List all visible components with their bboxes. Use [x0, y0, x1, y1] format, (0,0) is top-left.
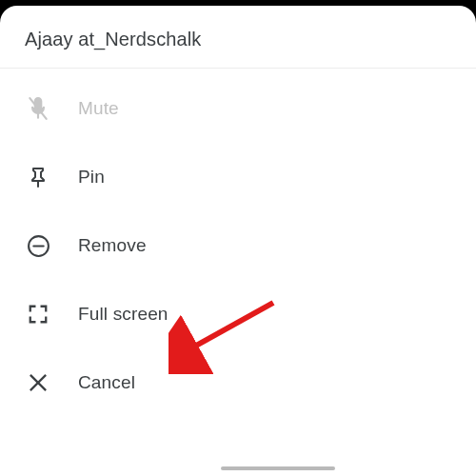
participant-name: Ajaay at_Nerdschalk: [25, 29, 451, 50]
cancel-item[interactable]: Cancel: [0, 348, 476, 417]
mute-item: Mute: [0, 74, 476, 143]
header: Ajaay at_Nerdschalk: [0, 6, 476, 69]
remove-icon: [25, 232, 51, 259]
menu: Mute Pin Remove: [0, 69, 476, 417]
fullscreen-label: Full screen: [78, 304, 169, 325]
close-icon: [25, 369, 51, 396]
pin-icon: [25, 164, 51, 190]
action-sheet: Ajaay at_Nerdschalk Mute Pin: [0, 6, 476, 476]
mute-label: Mute: [78, 98, 119, 119]
remove-label: Remove: [78, 235, 147, 256]
remove-item[interactable]: Remove: [0, 211, 476, 280]
mute-icon: [25, 95, 51, 122]
pin-label: Pin: [78, 167, 105, 188]
pin-item[interactable]: Pin: [0, 143, 476, 211]
home-indicator: [221, 466, 335, 470]
fullscreen-item[interactable]: Full screen: [0, 280, 476, 348]
cancel-label: Cancel: [78, 372, 135, 393]
fullscreen-icon: [25, 301, 51, 327]
